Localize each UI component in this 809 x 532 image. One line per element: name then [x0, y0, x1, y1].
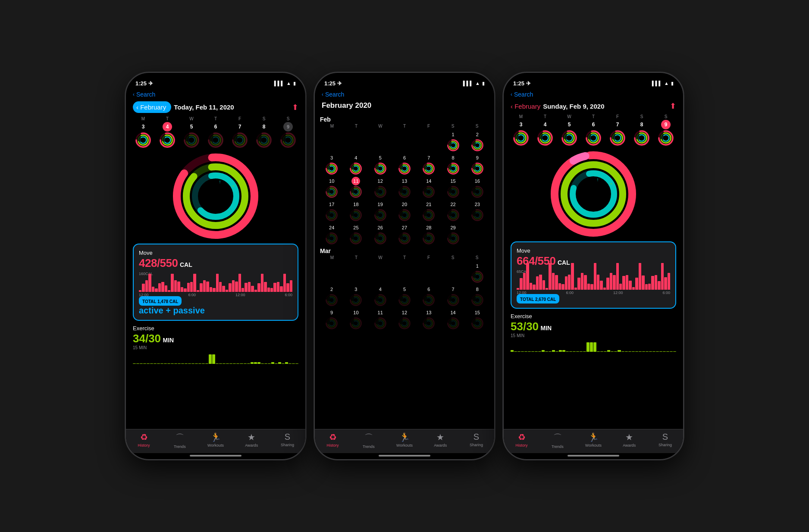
- cal-cell[interactable]: 24: [320, 223, 343, 246]
- cal-cell[interactable]: 14: [441, 308, 464, 331]
- tab-awards[interactable]: ★ Awards: [234, 432, 270, 449]
- cal-cell[interactable]: 11: [369, 308, 392, 331]
- cal-cell[interactable]: 29: [441, 223, 464, 246]
- day-col[interactable]: S 8: [254, 116, 274, 148]
- back-button[interactable]: ‹ February: [133, 101, 171, 113]
- cal-cell[interactable]: 18: [344, 200, 367, 222]
- day-label: W: [189, 116, 193, 121]
- cal-cell[interactable]: 10: [320, 177, 343, 199]
- day-col[interactable]: S 8: [631, 114, 652, 146]
- cal-cell[interactable]: 8: [466, 285, 489, 307]
- day-col[interactable]: S 9: [278, 116, 298, 148]
- search-button[interactable]: ‹ Search: [133, 91, 298, 98]
- day-col[interactable]: M 3: [511, 114, 531, 146]
- cal-cell[interactable]: 13: [393, 177, 416, 199]
- day-col[interactable]: T 6: [583, 114, 604, 146]
- cal-cell[interactable]: 15: [441, 177, 464, 199]
- cal-date: 11: [376, 308, 385, 317]
- tab-history[interactable]: ♻ History: [504, 432, 539, 449]
- day-label: S: [665, 114, 668, 119]
- tab-trends[interactable]: ⌒ Trends: [162, 432, 198, 449]
- day-col[interactable]: W 5: [559, 114, 580, 146]
- cal-cell[interactable]: 12: [369, 177, 392, 199]
- move-value: 428/550: [139, 257, 178, 269]
- day-col[interactable]: F 7: [607, 114, 628, 146]
- cal-week: 2 3 4: [320, 285, 489, 307]
- tab-trends[interactable]: ⌒ Trends: [351, 432, 386, 449]
- cal-cell[interactable]: 6: [417, 285, 440, 307]
- tab-sharing[interactable]: S Sharing: [458, 432, 494, 449]
- tab-awards[interactable]: ★ Awards: [611, 432, 647, 449]
- tab-workouts[interactable]: 🏃 Workouts: [198, 432, 233, 449]
- tab-workouts[interactable]: 🏃 Workouts: [386, 432, 422, 449]
- day-col[interactable]: T 4: [157, 116, 178, 148]
- tab-workouts[interactable]: 🏃 Workouts: [575, 432, 611, 449]
- cal-cell[interactable]: 13: [417, 308, 440, 331]
- day-col[interactable]: M 3: [133, 116, 154, 148]
- tab-sharing[interactable]: S Sharing: [647, 432, 683, 449]
- search-button[interactable]: ‹ Search: [511, 91, 676, 98]
- cal-date: 5: [376, 153, 385, 162]
- cal-cell[interactable]: 10: [344, 308, 367, 331]
- cal-ring: [398, 163, 411, 175]
- cal-cell[interactable]: 15: [466, 308, 489, 331]
- cal-cell[interactable]: 17: [320, 200, 343, 222]
- search-chevron-icon: ‹: [322, 91, 323, 97]
- cal-cell[interactable]: 5: [393, 285, 416, 307]
- cal-cell[interactable]: 14: [417, 177, 440, 199]
- cal-cell[interactable]: 5: [369, 153, 392, 176]
- cal-ring: [447, 294, 459, 306]
- cal-cell[interactable]: 8: [441, 153, 464, 176]
- cal-cell[interactable]: 28: [417, 223, 440, 246]
- tab-sharing[interactable]: S Sharing: [270, 432, 305, 449]
- tab-history[interactable]: ♻ History: [126, 432, 162, 449]
- cal-cell[interactable]: 4: [344, 153, 367, 176]
- cal-cell[interactable]: 7: [441, 285, 464, 307]
- cal-cell[interactable]: 21: [417, 200, 440, 222]
- cal-cell[interactable]: 22: [441, 200, 464, 222]
- cal-cell[interactable]: 2: [320, 285, 343, 307]
- cal-ring: [447, 186, 459, 198]
- cal-cell[interactable]: 4: [369, 285, 392, 307]
- cal-cell[interactable]: 1: [441, 130, 464, 153]
- status-time: 1:25 ✈: [324, 80, 342, 87]
- day-col[interactable]: S 9: [655, 114, 676, 146]
- tab-awards[interactable]: ★ Awards: [423, 432, 458, 449]
- cal-cell[interactable]: 7: [417, 153, 440, 176]
- cal-cell[interactable]: 2: [466, 130, 489, 153]
- cal-cell[interactable]: 16: [466, 177, 489, 199]
- cal-cell[interactable]: 20: [393, 200, 416, 222]
- cal-cell[interactable]: 1: [466, 262, 489, 284]
- mini-ring: [658, 130, 674, 146]
- cal-cell[interactable]: 25: [344, 223, 367, 246]
- tab-trends[interactable]: ⌒ Trends: [539, 432, 575, 449]
- day-col[interactable]: W 5: [181, 116, 202, 148]
- cal-cell[interactable]: 6: [393, 153, 416, 176]
- move-label: Move: [517, 247, 530, 254]
- cal-date: 8: [473, 285, 482, 294]
- cal-date: 10: [327, 177, 336, 185]
- back-button[interactable]: ‹ February: [511, 103, 540, 110]
- search-button[interactable]: ‹ Search: [322, 91, 487, 98]
- cal-cell[interactable]: 19: [369, 200, 392, 222]
- cal-header: S: [465, 255, 489, 260]
- move-unit: CAL: [558, 259, 570, 266]
- day-col[interactable]: T 6: [205, 116, 226, 148]
- cal-ring: [326, 317, 338, 329]
- day-col[interactable]: F 7: [229, 116, 250, 148]
- cal-cell[interactable]: 9: [320, 308, 343, 331]
- day-label: M: [141, 116, 145, 121]
- share-button[interactable]: ⬆: [292, 103, 298, 112]
- cal-cell[interactable]: 26: [369, 223, 392, 246]
- day-col[interactable]: T 4: [535, 114, 555, 146]
- cal-cell[interactable]: 11: [344, 177, 367, 199]
- cal-cell[interactable]: 3: [344, 285, 367, 307]
- cal-cell[interactable]: 23: [466, 200, 489, 222]
- cal-cell[interactable]: 3: [320, 153, 343, 176]
- cal-cell[interactable]: 12: [393, 308, 416, 331]
- cal-cell[interactable]: 27: [393, 223, 416, 246]
- tab-history[interactable]: ♻ History: [315, 432, 351, 449]
- cal-cell[interactable]: 9: [466, 153, 489, 176]
- cal-ring: [471, 271, 483, 283]
- share-button[interactable]: ⬆: [670, 101, 676, 111]
